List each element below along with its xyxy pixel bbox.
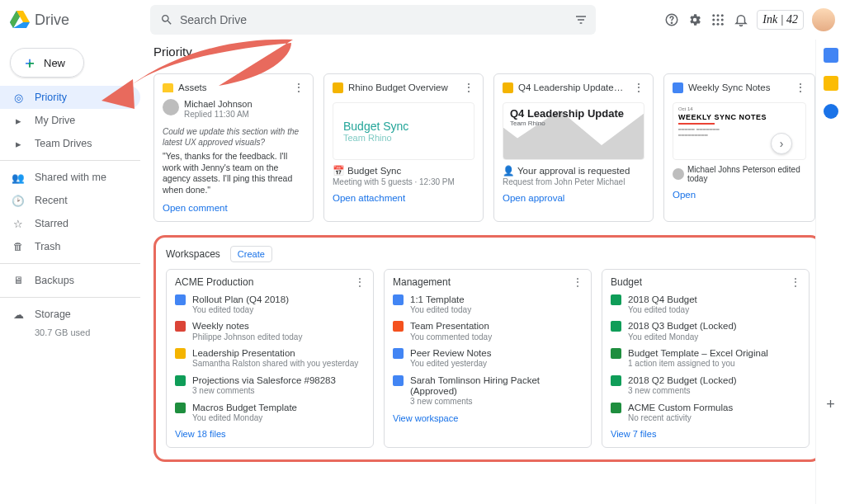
workspace-file[interactable]: 1:1 Template You edited today [393,294,583,315]
svg-point-10 [713,19,715,21]
workspace-file[interactable]: Sarah Tomlinson Hiring Packet (Approved)… [393,375,583,407]
file-subtitle: Philippe Johnson edited today [192,332,302,342]
workspace-file[interactable]: Weekly notes Philippe Johnson edited tod… [175,321,365,341]
workspaces-section: Workspaces Create ACME Production⋮ Rollo… [153,235,815,463]
workspace-file[interactable]: Peer Review Notes You edited yesterday [393,348,583,369]
view-workspace-link[interactable]: View 7 files [611,429,800,439]
file-title: Sarah Tomlinson Hiring Packet (Approved) [410,375,583,397]
search-bar[interactable]: Search Drive [150,5,596,35]
priority-card-q4-leadership[interactable]: Q4 Leadership Update (Approve... ⋮ Q4 Le… [493,73,654,222]
calendar-icon[interactable] [824,48,838,63]
docs-icon [393,294,404,305]
workspace-file[interactable]: Team Presentation You commented today [393,321,583,341]
star-icon: ☆ [12,218,25,230]
slides-icon [503,82,513,93]
file-title: 1:1 Template [410,294,471,305]
priority-card-assets[interactable]: Assets ⋮ Michael Johnson Replied 11:30 A… [153,73,314,222]
folder-icon [163,83,173,92]
slides-icon [175,348,186,359]
view-workspace-link[interactable]: View workspace [393,413,583,423]
docs-icon [673,82,683,93]
priority-cards: Assets ⋮ Michael Johnson Replied 11:30 A… [153,73,815,222]
nav-my-drive[interactable]: ▸ My Drive [0,109,140,132]
workspace-file[interactable]: Budget Template – Excel Original 1 actio… [611,348,800,369]
more-icon[interactable]: ⋮ [791,276,800,288]
svg-point-8 [717,14,720,16]
user-avatar[interactable] [812,8,835,31]
add-icon[interactable]: + [826,396,835,413]
nav-storage[interactable]: ☁Storage [0,303,140,326]
more-icon[interactable]: ⋮ [795,81,806,94]
more-icon[interactable]: ⋮ [463,81,474,94]
file-subtitle: 3 new comments [192,386,336,396]
file-subtitle: You edited today [410,305,471,315]
workspace-file[interactable]: Macros Budget Template You edited Monday [175,403,365,423]
sheets-icon [611,294,621,305]
pdf-icon [175,321,186,332]
open-link[interactable]: Open [673,190,806,200]
workspace-title: Budget [611,276,642,288]
new-button[interactable]: ＋ New [10,48,84,78]
top-header: Drive Search Drive Ink | 42 [0,0,845,40]
apps-icon[interactable] [710,12,725,27]
open-attachment-link[interactable]: Open attachment [333,193,474,203]
priority-card-rhino-budget[interactable]: Rhino Budget Overview ⋮ Budget Sync Team… [323,73,484,222]
workspace-file[interactable]: Leadership Presentation Samantha Ralston… [175,348,365,369]
calendar-icon: 📅 [333,165,344,177]
tasks-icon[interactable] [824,104,838,119]
drive-icon [10,11,30,29]
bell-icon[interactable] [734,12,748,27]
workspace-file[interactable]: 2018 Q2 Budget (Locked) 3 new comments [611,375,800,396]
header-icons: Ink | 42 [664,8,835,31]
workspace-file[interactable]: ACME Custom Formulas No recent activity [611,403,800,423]
file-subtitle: You edited Monday [192,413,297,423]
nav-recent[interactable]: 🕑Recent [0,189,140,212]
docs-icon [393,348,404,359]
nav-starred[interactable]: ☆Starred [0,212,140,235]
docs-icon [393,375,404,386]
nav-trash[interactable]: 🗑Trash [0,235,140,258]
page-title: Priority [153,45,815,59]
file-title: ACME Custom Formulas [628,403,733,413]
more-icon[interactable]: ⋮ [573,276,583,288]
file-subtitle: 3 new comments [628,386,737,396]
file-title: 2018 Q4 Budget [628,294,697,305]
more-icon[interactable]: ⋮ [293,81,304,94]
open-approval-link[interactable]: Open approval [503,193,644,203]
filter-icon[interactable] [574,13,588,26]
svg-point-7 [713,14,715,16]
workspace-column: ACME Production⋮ Rollout Plan (Q4 2018) … [166,269,374,449]
workspaces-title: Workspaces [166,248,220,260]
workspace-file[interactable]: 2018 Q4 Budget You edited today [611,294,800,315]
more-icon[interactable]: ⋮ [633,81,644,94]
workspace-title: Management [393,276,451,288]
app-title: Drive [35,12,69,29]
nav-team-drives[interactable]: ▸ Team Drives [0,132,140,155]
drive-logo[interactable]: Drive [10,11,142,29]
priority-card-weekly-sync[interactable]: Weekly Sync Notes ⋮ Oct 14 WEEKLY SYNC N… [663,73,815,222]
nav-priority[interactable]: ◎ Priority [0,86,140,109]
open-comment-link[interactable]: Open comment [163,203,304,213]
workspace-file[interactable]: 2018 Q3 Budget (Locked) You edited Monda… [611,321,800,341]
file-subtitle: You edited today [192,305,289,315]
file-subtitle: You edited today [628,305,697,315]
svg-point-14 [717,23,720,26]
scroll-right-button[interactable]: › [771,133,792,154]
keep-icon[interactable] [824,76,838,91]
sidebar: ＋ New ◎ Priority ▸ My Drive ▸ Team Drive… [0,40,140,504]
file-title: 2018 Q3 Budget (Locked) [628,321,737,332]
view-workspace-link[interactable]: View 18 files [175,429,365,439]
plus-icon: ＋ [22,53,37,73]
help-icon[interactable] [664,12,679,27]
nav-backups[interactable]: 🖥Backups [0,269,140,292]
file-subtitle: 1 action item assigned to you [628,359,768,369]
person-icon: 👤 [503,165,514,177]
more-icon[interactable]: ⋮ [355,276,365,288]
workspace-file[interactable]: Rollout Plan (Q4 2018) You edited today [175,294,365,315]
create-workspace-button[interactable]: Create [230,246,272,262]
workspace-file[interactable]: Projections via Salesforce #98283 3 new … [175,375,365,396]
file-title: Macros Budget Template [192,403,297,413]
nav-shared[interactable]: 👥Shared with me [0,166,140,189]
docs-icon [175,294,186,305]
gear-icon[interactable] [687,12,702,27]
